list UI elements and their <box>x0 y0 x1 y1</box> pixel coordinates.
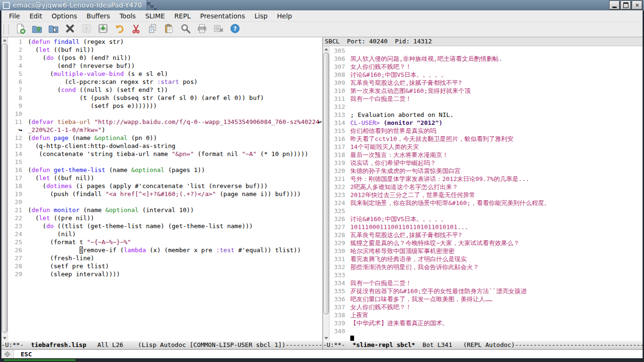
maximize-button[interactable] <box>621 1 631 9</box>
text-segment: 最后一次预言：大水将要水漫南京！ <box>350 151 448 158</box>
repl-window: SBCL Port: 40240 Pid: 14312 305306黑人软入侵的… <box>322 37 643 350</box>
repl-line: 306黑人软入侵的问题,非种族歧视,吧主请看文后酌情删帖. <box>330 55 643 63</box>
line-number: 25 <box>8 238 26 246</box>
text-segment: (format nil <box>194 150 242 157</box>
line-text: 吧友们重口味看多了，我发一点唯美图，美得让人…… <box>349 295 643 303</box>
code-line: 18 (dotimes (i pages (apply #'concatenat… <box>8 182 322 190</box>
scroll-down-arrow-icon[interactable] <box>323 335 329 341</box>
code-line: 19 (push (findall "<a href[^<]+?&#160;(.… <box>8 190 322 198</box>
menu-item-file[interactable]: File <box>4 11 25 21</box>
code-line: 25 (format t "~{~A~%~}~%" <box>8 238 322 246</box>
new-file-button[interactable] <box>14 23 26 35</box>
menu-item-help[interactable]: Help <box>272 11 297 21</box>
help-button[interactable]: ? <box>229 23 241 35</box>
line-text: CL-USER> (monitor "2012") <box>349 119 643 127</box>
left-scrollbar-thumb[interactable] <box>2 43 8 333</box>
menu-item-slime[interactable]: SLIME <box>140 11 170 21</box>
minibuffer-fringe <box>1 350 14 358</box>
text-segment: &optional <box>131 166 164 173</box>
text-segment: ( <box>28 206 32 214</box>
repl-line: 338上夜宵 <box>330 311 643 319</box>
right-scrollbar[interactable] <box>323 46 330 341</box>
svg-text:?: ? <box>233 25 236 32</box>
text-segment: ((buf nil)) <box>50 174 94 181</box>
scroll-up-arrow-icon[interactable] <box>1 37 8 43</box>
text-segment: ( <box>28 70 54 77</box>
repl-line: 331看完袁腾飞的经典语录，才明白什么是现实 <box>330 255 643 263</box>
code-line: 6 (cl-ppcre:scan regex str :start pos) <box>8 78 322 86</box>
right-scrollbar-thumb[interactable] <box>323 52 329 314</box>
line-text: (concatenate 'string tieba-url name "&pn… <box>26 150 322 158</box>
repl-line: 318最后一次预言：大水将要水漫南京！ <box>330 151 643 159</box>
left-scrollbar[interactable] <box>1 37 8 341</box>
line-text: (dotimes (i pages (apply #'concatenate '… <box>26 182 322 190</box>
line-text: 第一次来发点动态图&#160;觉得好就来个顶 <box>349 87 643 95</box>
scroll-down-arrow-icon[interactable] <box>1 335 8 341</box>
search-button[interactable] <box>179 23 191 35</box>
line-wrap-icon: ↩ <box>318 118 322 126</box>
open-file-button[interactable] <box>31 23 43 35</box>
line-text: 说实话，你们希望中华崛起吗？ <box>349 159 643 167</box>
save-button[interactable] <box>80 23 92 35</box>
save-as-button[interactable] <box>97 23 109 35</box>
text-segment: ( <box>28 222 46 230</box>
line-wrap-continuation-icon: ↪ <box>8 126 26 134</box>
cut-button[interactable] <box>130 23 142 35</box>
menu-item-edit[interactable]: Edit <box>25 11 47 21</box>
menu-item-tools[interactable]: Tools <box>115 11 140 21</box>
text-segment: ( <box>28 166 32 173</box>
titlebar[interactable]: emacs@yjqww6-Lenovo-IdeaPad-Y470 ✕ <box>0 0 644 11</box>
line-number: 19 <box>8 190 26 198</box>
customize-button[interactable] <box>212 23 224 35</box>
text-segment: ((null s) (setf end? t)) <box>76 86 168 93</box>
text-segment: "~{~A~%~}~%" <box>87 239 131 246</box>
close-button[interactable]: ✕ <box>632 1 642 9</box>
text-segment: 第一次来发点动态图&#160;觉得好就来个顶 <box>350 87 471 94</box>
new-file-icon <box>15 23 26 36</box>
line-text <box>26 198 322 206</box>
line-number: 324 <box>330 199 349 207</box>
code-line: 4 (end? (nreverse buf)) <box>8 62 322 70</box>
modeline-info: All L26 (Lisp Autodoc [COMMON-LISP-USER … <box>86 341 286 349</box>
line-number: 306 <box>330 55 349 63</box>
text-segment: ) <box>102 126 106 133</box>
print-button[interactable] <box>196 23 208 35</box>
line-text: (push (findall "<a href[^<]+?&#160;(.+?)… <box>26 190 322 198</box>
menu-item-repl[interactable]: REPL <box>170 11 196 21</box>
repl-line: 308讨论&#160;中国VS日本。。。。。 <box>330 71 643 79</box>
minimize-button[interactable] <box>610 1 619 9</box>
line-text: 女人你们贱不贱吧？！ <box>349 303 643 311</box>
repl-modeline[interactable]: -U:**- *slime-repl sbcl* Bot L341 (REPL … <box>323 341 643 350</box>
scroll-up-arrow-icon[interactable] <box>323 46 329 52</box>
repl-line: 339【中华武术】进来看看真正的国术。 <box>330 319 643 327</box>
undo-button[interactable] <box>113 23 125 35</box>
line-number: 5 <box>8 70 26 78</box>
text-segment: get-theme-list <box>54 166 106 173</box>
toolbar-handle[interactable] <box>3 24 9 34</box>
menu-item-presentations[interactable]: Presentations <box>195 11 249 21</box>
paste-button[interactable] <box>163 23 175 35</box>
menu-item-lisp[interactable]: Lisp <box>250 11 272 21</box>
text-segment: 我有一个白痴是二货！ <box>350 280 412 287</box>
repl-buffer[interactable]: 305306黑人软入侵的问题,非种族歧视,吧主请看文后酌情删帖.307女人你们贱… <box>330 46 643 341</box>
line-text: (multiple-value-bind (s e sl el) <box>26 70 322 78</box>
cut-icon <box>131 23 141 36</box>
line-text: (setf pos e))))))) <box>26 102 322 110</box>
text-segment <box>50 134 54 141</box>
menu-item-buffers[interactable]: Buffers <box>82 11 115 21</box>
copy-button[interactable] <box>146 23 158 35</box>
repl-line: 328瓦革良号屁股这么烂,抹腻子膏都找不平? <box>330 231 643 239</box>
window-title: emacs@yjqww6-Lenovo-IdeaPad-Y470 <box>13 1 142 9</box>
dired-button[interactable] <box>47 23 59 35</box>
source-modeline[interactable]: -U:**- tiebafresh.lisp All L26 (Lisp Aut… <box>1 341 322 350</box>
line-text: (q-http-client:http-download-as-string <box>26 142 322 150</box>
menu-item-options[interactable]: Options <box>47 11 82 21</box>
source-buffer[interactable]: 1(defun findall (regex str)2 (let ((buf … <box>8 37 322 341</box>
text-segment: ( <box>28 38 32 45</box>
line-text <box>349 271 643 279</box>
minibuffer[interactable]: ESC <box>1 350 643 358</box>
repl-line: 313; Evaluation aborted on NIL. <box>330 111 643 119</box>
titlebar-stairs-decoration <box>147 0 157 10</box>
close-buffer-button[interactable] <box>64 23 76 35</box>
line-number: 335 <box>330 287 349 295</box>
